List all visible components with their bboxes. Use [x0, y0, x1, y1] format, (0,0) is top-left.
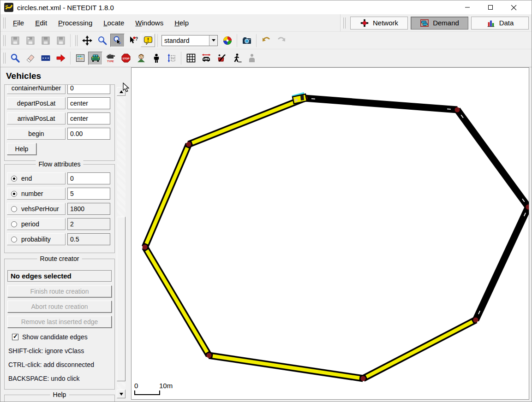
flow-radio-end[interactable]: end: [7, 172, 66, 184]
magnifier-icon: [10, 53, 20, 63]
attribute-button-containerNumber[interactable]: containerNumber: [7, 85, 66, 94]
flow-input-number[interactable]: [67, 188, 110, 200]
toolbar-grip[interactable]: [2, 53, 6, 64]
demand-icon: [420, 18, 429, 28]
delete-mode-button[interactable]: [23, 52, 37, 65]
menu-file[interactable]: File: [7, 16, 30, 30]
help-pointer-button[interactable]: ?: [126, 34, 140, 47]
select-mode-button[interactable]: [38, 52, 53, 65]
supermode-demand-button[interactable]: Demand: [411, 17, 468, 30]
floppy-disk-icon: [41, 35, 51, 46]
toolbar-grip[interactable]: [342, 18, 346, 29]
view-scheme-dropdown[interactable]: standard: [161, 35, 218, 46]
flow-radio-number[interactable]: number: [7, 188, 66, 200]
menu-help[interactable]: Help: [169, 16, 194, 30]
flow-input-period[interactable]: [67, 218, 110, 230]
car-icon: [90, 53, 101, 63]
junction-bottom_right: [473, 318, 478, 323]
abort-route-creation-button[interactable]: Abort route creation: [7, 301, 112, 313]
hint-ctrl-click: CTRL-click: add disconnected: [8, 361, 114, 368]
radio-icon[interactable]: [11, 236, 17, 242]
checkbox-label: Show candidate edges: [22, 333, 88, 341]
scrollbar-up-button[interactable]: [117, 87, 126, 96]
maximize-button[interactable]: [484, 2, 496, 12]
vehicle-type-mode-button[interactable]: TYPE: [103, 52, 118, 65]
dropdown-arrow-button[interactable]: [209, 35, 217, 46]
flow-input-end[interactable]: [67, 172, 110, 184]
walk-mode-button[interactable]: [229, 52, 244, 65]
remove-last-edge-button[interactable]: Remove last inserted edge: [7, 316, 112, 328]
person-mode-button[interactable]: [149, 52, 163, 65]
svg-text:!: !: [147, 37, 149, 42]
attribute-input-containerNumber[interactable]: [67, 85, 110, 94]
attribute-input-departPosLat[interactable]: [67, 97, 110, 109]
radio-icon[interactable]: [11, 221, 17, 227]
scrollbar-down-button[interactable]: [117, 390, 126, 398]
attribute-button-begin[interactable]: begin: [7, 128, 66, 140]
attributes-help-button[interactable]: Help: [7, 143, 36, 155]
attribute-input-arrivalPosLat[interactable]: [67, 112, 110, 124]
menu-edit[interactable]: Edit: [30, 16, 53, 30]
attribute-button-departPosLat[interactable]: departPosLat: [7, 97, 66, 109]
flow-radio-vehsPerHour[interactable]: vehsPerHour: [7, 203, 66, 215]
vehicle-mode-button[interactable]: [88, 52, 102, 65]
route-mode-button[interactable]: [54, 52, 68, 65]
radio-icon[interactable]: [11, 191, 17, 197]
color-wheel-icon: [222, 35, 233, 46]
radio-icon[interactable]: [11, 206, 17, 212]
network-canvas[interactable]: 0 10m: [131, 67, 529, 400]
toolbar-grip[interactable]: [2, 18, 6, 29]
eraser-icon: [25, 53, 36, 63]
panel-title: Vehicles: [0, 67, 131, 81]
toolbar-grip[interactable]: [2, 35, 6, 46]
person-type-mode-button[interactable]: [134, 52, 148, 65]
red-arrow-icon: [56, 53, 66, 63]
menu-processing[interactable]: Processing: [53, 16, 98, 30]
menu-windows[interactable]: Windows: [130, 16, 169, 30]
junction-top_right: [455, 107, 460, 112]
vehicle-span-button[interactable]: [199, 52, 213, 65]
flow-input-vehsPerHour[interactable]: [67, 203, 110, 215]
supermode-data-button[interactable]: Data: [471, 17, 529, 30]
save-data-elements-button[interactable]: [54, 34, 68, 47]
snapshot-button[interactable]: [239, 34, 254, 47]
undo-button[interactable]: [259, 34, 273, 47]
scale-end-label: 10m: [159, 382, 173, 390]
flow-input-probability[interactable]: [67, 233, 110, 245]
save-demand-elements-button[interactable]: [38, 34, 53, 47]
flow-radio-period[interactable]: period: [7, 218, 66, 230]
minimize-button[interactable]: [461, 2, 473, 12]
supermode-network-button[interactable]: Network: [350, 17, 408, 30]
attribute-input-begin[interactable]: [67, 128, 110, 140]
edge-data-mode-button[interactable]: [184, 52, 198, 65]
close-button[interactable]: [508, 2, 520, 12]
radio-icon[interactable]: [11, 176, 17, 182]
attribute-button-arrivalPosLat[interactable]: arrivalPosLat: [7, 112, 66, 124]
flow-radio-probability[interactable]: probability: [7, 233, 66, 245]
show-candidate-edges-checkbox[interactable]: [12, 334, 18, 340]
person-plan-mode-button[interactable]: [164, 52, 179, 65]
zoom-select-button[interactable]: [110, 34, 125, 47]
road-icon: [41, 53, 51, 63]
scrollbar-thumb[interactable]: [117, 217, 126, 381]
redo-button[interactable]: [274, 34, 288, 47]
zoom-button[interactable]: [95, 34, 109, 47]
internal-attributes-group: containerNumber departPosLat arrivalPosL…: [4, 84, 115, 161]
finish-route-creation-button[interactable]: Finish route creation: [7, 285, 112, 297]
scale-start-label: 0: [134, 382, 159, 390]
container-mode-button[interactable]: [214, 52, 228, 65]
inspect-mode-button[interactable]: [8, 52, 22, 65]
stop-mode-button[interactable]: STOP: [119, 52, 133, 65]
scale-bar: 0 10m: [134, 382, 176, 395]
menu-locate[interactable]: Locate: [98, 16, 130, 30]
toolbar-grip[interactable]: [74, 35, 78, 46]
color-wheel-button[interactable]: [220, 34, 234, 47]
person-disabled-button[interactable]: [245, 52, 259, 65]
stop-timetable-button[interactable]: [73, 52, 87, 65]
sidebar-scrollbar[interactable]: [117, 87, 126, 398]
save-network-button[interactable]: [8, 34, 22, 47]
move-view-button[interactable]: [80, 34, 94, 47]
save-plain-xml-button[interactable]: [23, 34, 37, 47]
svg-text:?: ?: [135, 36, 138, 41]
show-warnings-button[interactable]: !: [141, 34, 155, 47]
